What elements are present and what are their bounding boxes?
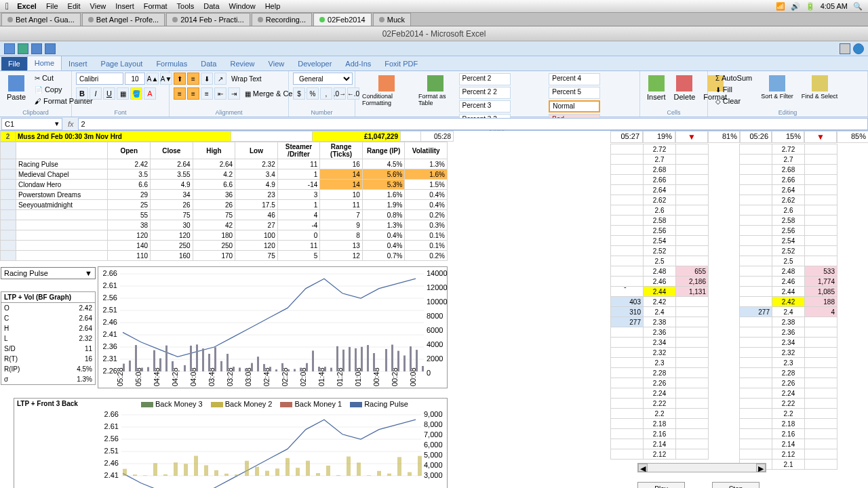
autosum-button[interactable]: Σ AutoSum	[712, 73, 755, 83]
ribbon-tab-foxit-pdf[interactable]: Foxit PDF	[378, 57, 425, 70]
percent-button[interactable]: %	[307, 87, 319, 100]
delete-cells-button[interactable]: Delete	[671, 73, 698, 104]
indent-dec-button[interactable]: ⇤	[214, 87, 226, 100]
svg-rect-52	[178, 371, 180, 371]
formula-input[interactable]: 2	[78, 118, 868, 130]
currency-button[interactable]: $	[293, 87, 305, 100]
paste-button[interactable]: Paste	[4, 73, 28, 104]
svg-rect-68	[275, 369, 277, 371]
menu-insert[interactable]: Insert	[115, 2, 134, 10]
italic-button[interactable]: I	[90, 87, 102, 100]
svg-text:7,000: 7,000	[424, 430, 443, 439]
fill-color-button[interactable]: 🪣	[130, 87, 142, 100]
svg-text:2.31: 2.31	[103, 354, 117, 363]
cell-style-normal[interactable]: Normal	[549, 100, 600, 113]
runner-select[interactable]: Racing Pulse▼	[1, 267, 96, 279]
ribbon-tab-add-ins[interactable]: Add-Ins	[338, 57, 378, 70]
align-center-button[interactable]: ≡	[187, 87, 199, 100]
menu-window[interactable]: Window	[229, 2, 256, 10]
name-box[interactable]: C1▾	[1, 118, 62, 130]
ladder-2[interactable]: 05:26 15% ▼ 85% 2.722.72.682.662.642.622…	[739, 131, 868, 470]
menu-help[interactable]: Help	[265, 2, 281, 10]
ribbon-tab-insert[interactable]: Insert	[62, 57, 94, 70]
chart-front3-back: LTP + Front 3 Back Back Money 3Back Mone…	[14, 398, 448, 488]
underline-button[interactable]: U	[103, 87, 115, 100]
increase-font-icon[interactable]: A▲	[146, 73, 159, 85]
number-format-select[interactable]: General	[293, 73, 353, 85]
wifi-icon[interactable]: 📶	[776, 2, 785, 11]
fill-button[interactable]: ⬇ Fill	[712, 84, 755, 95]
redo-icon[interactable]	[45, 43, 56, 54]
insert-cells-button[interactable]: Insert	[644, 73, 669, 104]
menu-data[interactable]: Data	[203, 2, 219, 10]
find-select-button[interactable]: Find & Select	[799, 73, 841, 102]
save-icon[interactable]	[18, 43, 28, 54]
orientation-button[interactable]: ↗	[214, 73, 226, 85]
scroll-right-icon[interactable]: ▶	[756, 464, 766, 472]
menu-edit[interactable]: Edit	[68, 2, 81, 10]
border-button[interactable]: ▦	[117, 87, 129, 100]
window-tab[interactable]: Bet Angel - Gua...	[1, 13, 81, 26]
align-right-button[interactable]: ≡	[201, 87, 213, 100]
volume-icon[interactable]: 🔊	[791, 2, 800, 11]
cell-style-percent-5[interactable]: Percent 5	[549, 87, 600, 99]
menu-file[interactable]: File	[46, 2, 58, 10]
menu-excel[interactable]: Excel	[17, 2, 37, 10]
worksheet[interactable]: 2 Muss 2nd Feb 00:30 3m Nov Hrd £1,047,2…	[0, 131, 868, 488]
menu-view[interactable]: View	[90, 2, 106, 10]
cell-style-percent-3[interactable]: Percent 3	[459, 100, 511, 113]
align-middle-button[interactable]: ≡	[187, 73, 199, 85]
ribbon-tab-formulas[interactable]: Formulas	[149, 57, 194, 70]
ladder-1[interactable]: 05:27 19% ▼ 81% 2.722.72.682.662.642.622…	[610, 131, 741, 460]
window-tab[interactable]: Muck	[373, 13, 411, 26]
wrap-text-button[interactable]: Wrap Text	[228, 74, 265, 84]
undo-icon[interactable]	[31, 43, 42, 54]
play-button[interactable]: Play	[637, 482, 685, 488]
ribbon-tab-file[interactable]: File	[1, 57, 27, 70]
svg-rect-133	[336, 475, 340, 476]
clear-button[interactable]: ◇ Clear	[712, 96, 755, 106]
ladder-scrollbar[interactable]: ◀▶	[637, 463, 766, 472]
comma-button[interactable]: ,	[320, 87, 332, 100]
svg-rect-125	[255, 467, 259, 476]
indent-inc-button[interactable]: ⇥	[228, 87, 240, 100]
font-size-input[interactable]	[125, 73, 145, 85]
battery-icon[interactable]: 🔋	[806, 2, 815, 11]
cell-style-percent-2-2[interactable]: Percent 2 2	[459, 87, 511, 99]
cell-selected[interactable]: 2	[1, 131, 16, 142]
menu-tools[interactable]: Tools	[177, 2, 195, 10]
ribbon-tab-data[interactable]: Data	[194, 57, 223, 70]
svg-text:2.56: 2.56	[103, 293, 117, 302]
fx-icon[interactable]: fx	[64, 120, 78, 128]
bold-button[interactable]: B	[76, 87, 88, 100]
menu-format[interactable]: Format	[144, 2, 167, 10]
font-name-input[interactable]	[76, 73, 123, 85]
help-icon[interactable]	[853, 43, 864, 54]
ribbon-tab-developer[interactable]: Developer	[291, 57, 338, 70]
format-as-table-button[interactable]: Format as Table	[416, 73, 456, 109]
stop-button[interactable]: Stop	[712, 482, 760, 488]
align-left-button[interactable]: ≡	[174, 87, 186, 100]
window-tab[interactable]: Bet Angel - Profe...	[82, 13, 165, 26]
cell-style-percent-2[interactable]: Percent 2	[459, 73, 511, 85]
font-color-button[interactable]: A	[144, 87, 156, 100]
cell-style-percent-4[interactable]: Percent 4	[549, 73, 600, 85]
scroll-left-icon[interactable]: ◀	[638, 464, 648, 472]
align-bottom-button[interactable]: ⬇	[201, 73, 213, 85]
window-tab[interactable]: 2014 Feb - Practi...	[166, 13, 250, 26]
svg-rect-47	[147, 367, 149, 371]
apple-icon[interactable]: 	[5, 1, 9, 12]
spotlight-icon[interactable]: 🔍	[853, 2, 863, 11]
ribbon-tab-page-layout[interactable]: Page Layout	[94, 57, 150, 70]
inc-decimal-button[interactable]: .0→	[334, 87, 346, 100]
svg-text:3,000: 3,000	[424, 471, 443, 479]
align-top-button[interactable]: ⬆	[174, 73, 186, 85]
window-tab[interactable]: 02Feb2014	[313, 13, 372, 26]
window-tab[interactable]: Recording...	[252, 13, 312, 26]
sort-filter-button[interactable]: Sort & Filter	[758, 73, 796, 102]
ribbon-tab-view[interactable]: View	[262, 57, 292, 70]
minimize-ribbon-icon[interactable]	[840, 43, 850, 54]
conditional-formatting-button[interactable]: Conditional Formatting	[359, 73, 413, 109]
ribbon-tab-home[interactable]: Home	[27, 56, 62, 70]
ribbon-tab-review[interactable]: Review	[223, 57, 261, 70]
